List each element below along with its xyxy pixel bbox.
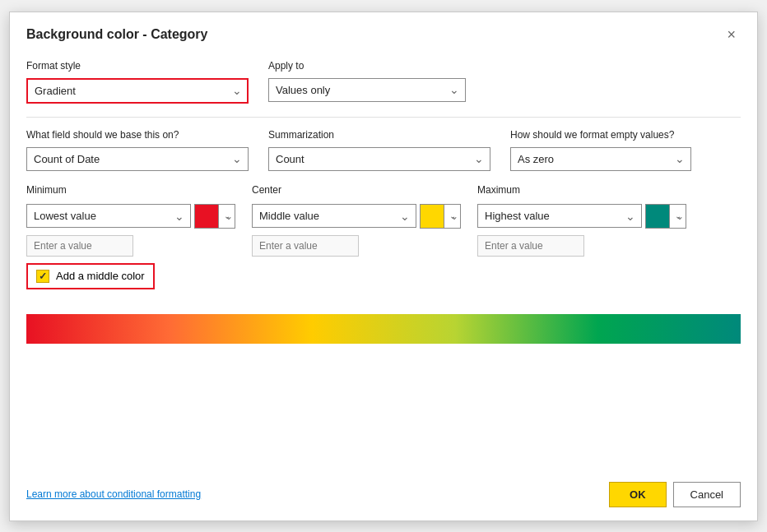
center-color-swatch[interactable] bbox=[420, 204, 444, 229]
dialog: Background color - Category × Format sty… bbox=[9, 12, 758, 521]
middle-color-checkbox[interactable] bbox=[36, 270, 49, 283]
center-select-wrapper: Middle value Number Percent bbox=[252, 204, 416, 228]
empty-values-label: How should we format empty values? bbox=[510, 129, 691, 141]
maximum-color-wrapper: ⌄ bbox=[645, 204, 686, 229]
summarization-group: Summarization Count Sum Average bbox=[268, 129, 490, 171]
empty-values-select-wrapper: As zero As missing bbox=[510, 147, 691, 171]
gradient-preview-bar bbox=[26, 314, 741, 344]
empty-values-select[interactable]: As zero As missing bbox=[510, 147, 691, 171]
minimum-value-input[interactable] bbox=[26, 235, 133, 257]
middle-color-container: Add a middle color bbox=[26, 263, 741, 303]
maximum-controls: Highest value Number Percent ⌄ bbox=[477, 204, 686, 229]
format-style-select[interactable]: Gradient Rules Field value bbox=[26, 78, 249, 104]
maximum-value-input[interactable] bbox=[477, 235, 584, 257]
center-value-input[interactable] bbox=[252, 235, 359, 257]
maximum-type-select[interactable]: Highest value Number Percent bbox=[477, 204, 642, 228]
apply-to-group: Apply to Values only Header Total bbox=[268, 60, 466, 102]
summarization-select[interactable]: Count Sum Average bbox=[268, 147, 490, 171]
maximum-label: Maximum bbox=[477, 184, 686, 196]
format-style-group: Format style Gradient Rules Field value bbox=[26, 60, 249, 104]
minimum-type-select[interactable]: Lowest value Number Percent bbox=[26, 204, 191, 228]
minimum-label: Minimum bbox=[26, 184, 235, 196]
base-field-label: What field should we base this on? bbox=[26, 129, 249, 141]
middle-color-label[interactable]: Add a middle color bbox=[26, 263, 155, 289]
row-base-field: What field should we base this on? Count… bbox=[26, 129, 741, 171]
base-field-select-wrapper: Count of Date bbox=[26, 147, 249, 171]
footer-buttons: OK Cancel bbox=[609, 482, 741, 507]
dialog-body: Format style Gradient Rules Field value … bbox=[10, 53, 757, 472]
close-button[interactable]: × bbox=[722, 25, 741, 44]
maximum-select-wrapper: Highest value Number Percent bbox=[477, 204, 642, 228]
center-label: Center bbox=[252, 184, 461, 196]
apply-to-label: Apply to bbox=[268, 60, 466, 72]
ok-button[interactable]: OK bbox=[609, 482, 667, 507]
empty-values-group: How should we format empty values? As ze… bbox=[510, 129, 691, 171]
format-style-select-wrapper: Gradient Rules Field value bbox=[26, 78, 249, 104]
apply-to-select[interactable]: Values only Header Total bbox=[268, 78, 466, 102]
summarization-select-wrapper: Count Sum Average bbox=[268, 147, 490, 171]
summarization-label: Summarization bbox=[268, 129, 490, 141]
middle-color-text: Add a middle color bbox=[56, 270, 145, 282]
minimum-controls: Lowest value Number Percent ⌄ bbox=[26, 204, 235, 229]
apply-to-select-wrapper: Values only Header Total bbox=[268, 78, 466, 102]
center-controls: Middle value Number Percent ⌄ bbox=[252, 204, 461, 229]
center-type-select[interactable]: Middle value Number Percent bbox=[252, 204, 416, 228]
maximum-group: Maximum Highest value Number Percent ⌄ bbox=[477, 184, 686, 257]
base-field-group: What field should we base this on? Count… bbox=[26, 129, 249, 171]
minimum-color-wrapper: ⌄ bbox=[194, 204, 235, 229]
cancel-button[interactable]: Cancel bbox=[673, 482, 741, 507]
min-center-max-row: Minimum Lowest value Number Percent ⌄ bbox=[26, 184, 741, 257]
maximum-color-swatch[interactable] bbox=[645, 204, 670, 229]
row-format-style: Format style Gradient Rules Field value … bbox=[26, 60, 741, 104]
center-group: Center Middle value Number Percent ⌄ bbox=[252, 184, 461, 257]
minimum-group: Minimum Lowest value Number Percent ⌄ bbox=[26, 184, 235, 257]
dialog-footer: Learn more about conditional formatting … bbox=[10, 472, 757, 520]
minimum-select-wrapper: Lowest value Number Percent bbox=[26, 204, 191, 228]
minimum-color-swatch[interactable] bbox=[194, 204, 219, 229]
separator-1 bbox=[26, 117, 741, 118]
center-color-wrapper: ⌄ bbox=[420, 204, 461, 229]
dialog-title: Background color - Category bbox=[26, 27, 207, 42]
base-field-select[interactable]: Count of Date bbox=[26, 147, 249, 171]
format-style-label: Format style bbox=[26, 60, 249, 72]
learn-more-link[interactable]: Learn more about conditional formatting bbox=[26, 488, 201, 500]
dialog-header: Background color - Category × bbox=[10, 12, 757, 53]
